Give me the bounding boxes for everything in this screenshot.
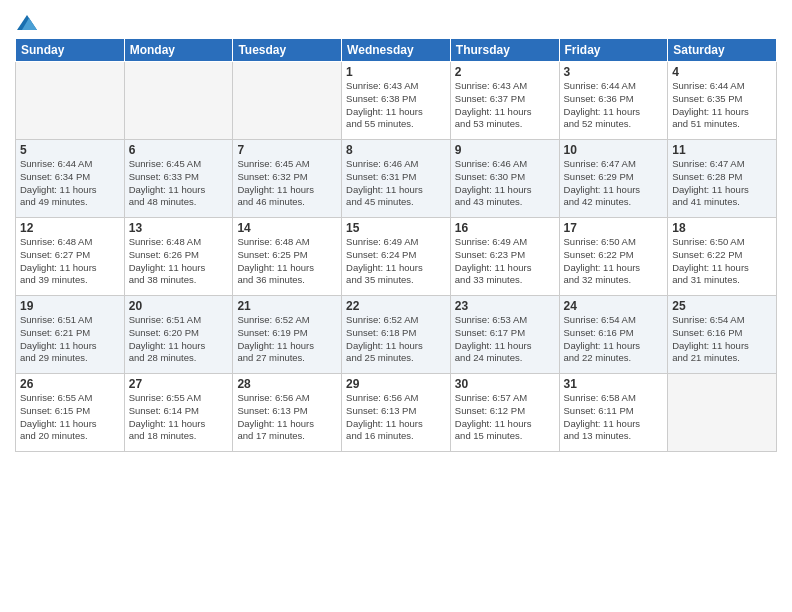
calendar-cell: 13Sunrise: 6:48 AMSunset: 6:26 PMDayligh… <box>124 218 233 296</box>
day-info: Sunrise: 6:49 AMSunset: 6:23 PMDaylight:… <box>455 236 555 287</box>
calendar-week-row: 12Sunrise: 6:48 AMSunset: 6:27 PMDayligh… <box>16 218 777 296</box>
day-info: Sunrise: 6:45 AMSunset: 6:32 PMDaylight:… <box>237 158 337 209</box>
calendar-cell <box>233 62 342 140</box>
calendar-cell: 3Sunrise: 6:44 AMSunset: 6:36 PMDaylight… <box>559 62 668 140</box>
day-number: 3 <box>564 65 664 79</box>
calendar-cell: 17Sunrise: 6:50 AMSunset: 6:22 PMDayligh… <box>559 218 668 296</box>
calendar-cell: 20Sunrise: 6:51 AMSunset: 6:20 PMDayligh… <box>124 296 233 374</box>
day-number: 9 <box>455 143 555 157</box>
day-info: Sunrise: 6:48 AMSunset: 6:25 PMDaylight:… <box>237 236 337 287</box>
calendar-cell: 31Sunrise: 6:58 AMSunset: 6:11 PMDayligh… <box>559 374 668 452</box>
day-number: 13 <box>129 221 229 235</box>
day-info: Sunrise: 6:52 AMSunset: 6:18 PMDaylight:… <box>346 314 446 365</box>
calendar-cell: 5Sunrise: 6:44 AMSunset: 6:34 PMDaylight… <box>16 140 125 218</box>
day-number: 31 <box>564 377 664 391</box>
day-number: 5 <box>20 143 120 157</box>
day-info: Sunrise: 6:53 AMSunset: 6:17 PMDaylight:… <box>455 314 555 365</box>
day-info: Sunrise: 6:46 AMSunset: 6:31 PMDaylight:… <box>346 158 446 209</box>
day-number: 21 <box>237 299 337 313</box>
day-info: Sunrise: 6:44 AMSunset: 6:35 PMDaylight:… <box>672 80 772 131</box>
day-number: 17 <box>564 221 664 235</box>
day-info: Sunrise: 6:48 AMSunset: 6:26 PMDaylight:… <box>129 236 229 287</box>
day-info: Sunrise: 6:50 AMSunset: 6:22 PMDaylight:… <box>672 236 772 287</box>
day-number: 6 <box>129 143 229 157</box>
day-info: Sunrise: 6:44 AMSunset: 6:36 PMDaylight:… <box>564 80 664 131</box>
day-info: Sunrise: 6:56 AMSunset: 6:13 PMDaylight:… <box>346 392 446 443</box>
day-info: Sunrise: 6:45 AMSunset: 6:33 PMDaylight:… <box>129 158 229 209</box>
day-info: Sunrise: 6:52 AMSunset: 6:19 PMDaylight:… <box>237 314 337 365</box>
calendar-cell: 12Sunrise: 6:48 AMSunset: 6:27 PMDayligh… <box>16 218 125 296</box>
day-info: Sunrise: 6:49 AMSunset: 6:24 PMDaylight:… <box>346 236 446 287</box>
logo-icon <box>17 10 37 30</box>
day-number: 23 <box>455 299 555 313</box>
day-number: 18 <box>672 221 772 235</box>
calendar-cell: 16Sunrise: 6:49 AMSunset: 6:23 PMDayligh… <box>450 218 559 296</box>
calendar-cell <box>668 374 777 452</box>
day-number: 11 <box>672 143 772 157</box>
day-number: 28 <box>237 377 337 391</box>
day-number: 15 <box>346 221 446 235</box>
day-info: Sunrise: 6:56 AMSunset: 6:13 PMDaylight:… <box>237 392 337 443</box>
calendar-cell: 30Sunrise: 6:57 AMSunset: 6:12 PMDayligh… <box>450 374 559 452</box>
day-info: Sunrise: 6:47 AMSunset: 6:28 PMDaylight:… <box>672 158 772 209</box>
calendar-cell: 23Sunrise: 6:53 AMSunset: 6:17 PMDayligh… <box>450 296 559 374</box>
calendar-week-row: 19Sunrise: 6:51 AMSunset: 6:21 PMDayligh… <box>16 296 777 374</box>
weekday-header-monday: Monday <box>124 39 233 62</box>
calendar-cell: 15Sunrise: 6:49 AMSunset: 6:24 PMDayligh… <box>342 218 451 296</box>
day-number: 22 <box>346 299 446 313</box>
day-number: 1 <box>346 65 446 79</box>
day-number: 2 <box>455 65 555 79</box>
calendar-cell <box>16 62 125 140</box>
day-info: Sunrise: 6:57 AMSunset: 6:12 PMDaylight:… <box>455 392 555 443</box>
calendar-cell: 9Sunrise: 6:46 AMSunset: 6:30 PMDaylight… <box>450 140 559 218</box>
calendar-cell: 25Sunrise: 6:54 AMSunset: 6:16 PMDayligh… <box>668 296 777 374</box>
calendar-cell: 14Sunrise: 6:48 AMSunset: 6:25 PMDayligh… <box>233 218 342 296</box>
calendar-week-row: 5Sunrise: 6:44 AMSunset: 6:34 PMDaylight… <box>16 140 777 218</box>
day-info: Sunrise: 6:48 AMSunset: 6:27 PMDaylight:… <box>20 236 120 287</box>
day-info: Sunrise: 6:54 AMSunset: 6:16 PMDaylight:… <box>672 314 772 365</box>
calendar-week-row: 1Sunrise: 6:43 AMSunset: 6:38 PMDaylight… <box>16 62 777 140</box>
calendar-cell: 19Sunrise: 6:51 AMSunset: 6:21 PMDayligh… <box>16 296 125 374</box>
weekday-header-thursday: Thursday <box>450 39 559 62</box>
calendar-cell: 28Sunrise: 6:56 AMSunset: 6:13 PMDayligh… <box>233 374 342 452</box>
calendar-cell: 8Sunrise: 6:46 AMSunset: 6:31 PMDaylight… <box>342 140 451 218</box>
day-info: Sunrise: 6:43 AMSunset: 6:37 PMDaylight:… <box>455 80 555 131</box>
day-number: 10 <box>564 143 664 157</box>
day-number: 30 <box>455 377 555 391</box>
calendar-cell <box>124 62 233 140</box>
calendar-cell: 24Sunrise: 6:54 AMSunset: 6:16 PMDayligh… <box>559 296 668 374</box>
calendar-cell: 11Sunrise: 6:47 AMSunset: 6:28 PMDayligh… <box>668 140 777 218</box>
calendar-cell: 21Sunrise: 6:52 AMSunset: 6:19 PMDayligh… <box>233 296 342 374</box>
day-number: 19 <box>20 299 120 313</box>
calendar-cell: 4Sunrise: 6:44 AMSunset: 6:35 PMDaylight… <box>668 62 777 140</box>
calendar-cell: 10Sunrise: 6:47 AMSunset: 6:29 PMDayligh… <box>559 140 668 218</box>
day-number: 27 <box>129 377 229 391</box>
calendar-cell: 2Sunrise: 6:43 AMSunset: 6:37 PMDaylight… <box>450 62 559 140</box>
calendar-header <box>15 10 777 30</box>
day-number: 24 <box>564 299 664 313</box>
day-info: Sunrise: 6:44 AMSunset: 6:34 PMDaylight:… <box>20 158 120 209</box>
day-number: 12 <box>20 221 120 235</box>
calendar-cell: 22Sunrise: 6:52 AMSunset: 6:18 PMDayligh… <box>342 296 451 374</box>
day-number: 20 <box>129 299 229 313</box>
day-number: 16 <box>455 221 555 235</box>
day-number: 8 <box>346 143 446 157</box>
day-number: 25 <box>672 299 772 313</box>
day-info: Sunrise: 6:51 AMSunset: 6:21 PMDaylight:… <box>20 314 120 365</box>
calendar-cell: 1Sunrise: 6:43 AMSunset: 6:38 PMDaylight… <box>342 62 451 140</box>
calendar-cell: 18Sunrise: 6:50 AMSunset: 6:22 PMDayligh… <box>668 218 777 296</box>
calendar-cell: 26Sunrise: 6:55 AMSunset: 6:15 PMDayligh… <box>16 374 125 452</box>
day-info: Sunrise: 6:55 AMSunset: 6:15 PMDaylight:… <box>20 392 120 443</box>
weekday-header-tuesday: Tuesday <box>233 39 342 62</box>
logo <box>15 10 37 30</box>
weekday-header-sunday: Sunday <box>16 39 125 62</box>
calendar-cell: 29Sunrise: 6:56 AMSunset: 6:13 PMDayligh… <box>342 374 451 452</box>
weekday-header-wednesday: Wednesday <box>342 39 451 62</box>
day-info: Sunrise: 6:58 AMSunset: 6:11 PMDaylight:… <box>564 392 664 443</box>
weekday-header-friday: Friday <box>559 39 668 62</box>
day-info: Sunrise: 6:43 AMSunset: 6:38 PMDaylight:… <box>346 80 446 131</box>
weekday-header-saturday: Saturday <box>668 39 777 62</box>
calendar-week-row: 26Sunrise: 6:55 AMSunset: 6:15 PMDayligh… <box>16 374 777 452</box>
weekday-header-row: SundayMondayTuesdayWednesdayThursdayFrid… <box>16 39 777 62</box>
day-info: Sunrise: 6:54 AMSunset: 6:16 PMDaylight:… <box>564 314 664 365</box>
